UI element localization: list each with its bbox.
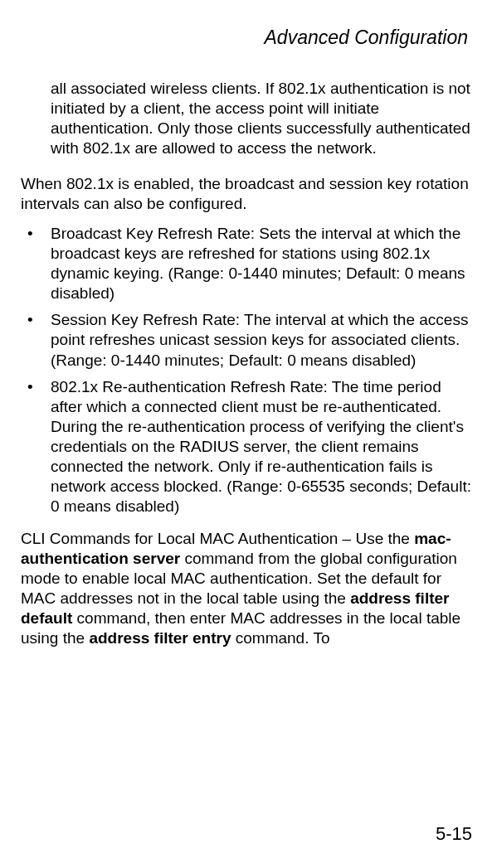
intro-paragraph: all associated wireless clients. If 802.… — [51, 79, 476, 159]
page-number: 5-15 — [436, 823, 472, 845]
cli-text: CLI Commands for Local MAC Authenticatio… — [21, 530, 414, 547]
page-content: all associated wireless clients. If 802.… — [21, 79, 476, 648]
page-header-title: Advanced Configuration — [21, 27, 476, 49]
body-paragraph: When 802.1x is enabled, the broadcast an… — [21, 174, 476, 214]
cli-paragraph: CLI Commands for Local MAC Authenticatio… — [21, 529, 476, 649]
list-item: Session Key Refresh Rate: The interval a… — [21, 310, 476, 370]
cli-text: command. To — [231, 629, 329, 647]
cli-command: address filter entry — [89, 629, 231, 647]
list-item: Broadcast Key Refresh Rate: Sets the int… — [21, 224, 476, 304]
list-item: 802.1x Re-authentication Refresh Rate: T… — [21, 377, 476, 517]
bullet-list: Broadcast Key Refresh Rate: Sets the int… — [21, 224, 476, 517]
